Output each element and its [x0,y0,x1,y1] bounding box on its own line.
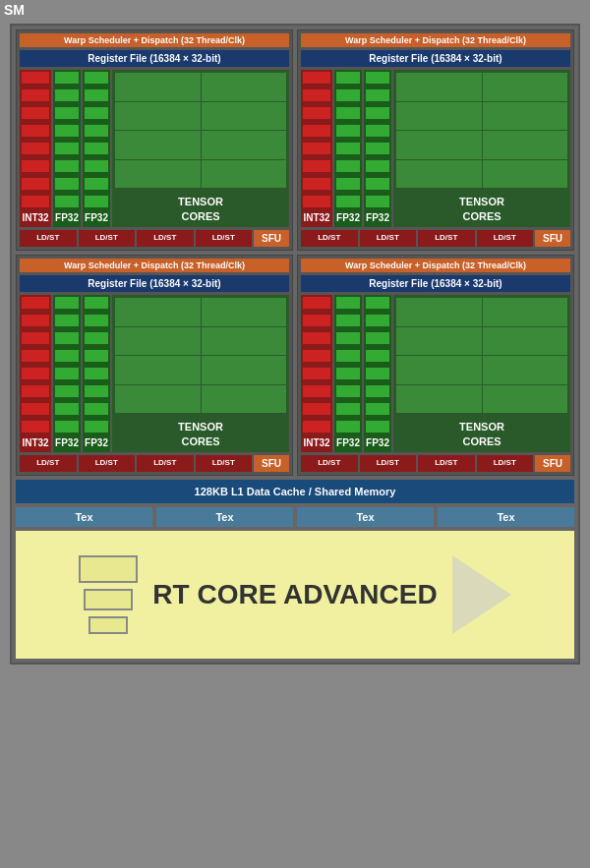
cores-area-br: INT32 FP32 FP32 [301,295,570,452]
ldst1-tr: LD/ST [301,230,358,247]
ldst4-tl: LD/ST [196,230,253,247]
tensor-label-br: TENSORCORES [459,420,504,448]
fp32b-br: FP32 [364,295,391,452]
cores-area-tl: INT32 FP32 FP32 [20,70,289,227]
warp-scheduler-bl: Warp Scheduler + Dispatch (32 Thread/Clk… [20,259,289,272]
rt-core-section: RT CORE ADVANCED [16,531,574,659]
ldst3-bl: LD/ST [137,455,194,472]
register-file-tl: Register File (16384 × 32-bit) [20,50,289,67]
sub-unit-bottom-left: Warp Scheduler + Dispatch (32 Thread/Clk… [16,255,293,476]
ldst3-tr: LD/ST [418,230,475,247]
fp32a-bl: FP32 [53,295,81,452]
tensor-label-tl: TENSORCORES [178,195,223,223]
tex-unit-3: Tex [297,507,434,527]
tensor-tr: TENSORCORES [393,70,570,227]
int32-tr: INT32 [301,70,332,227]
ldst4-tr: LD/ST [477,230,534,247]
register-file-br: Register File (16384 × 32-bit) [301,275,570,292]
ldst3-tl: LD/ST [137,230,194,247]
ldst2-br: LD/ST [360,455,417,472]
tex-row: Tex Tex Tex Tex [16,507,574,527]
l1-cache: 128KB L1 Data Cache / Shared Memory [16,480,574,503]
rt-box-small [88,616,128,634]
sfu-bl: SFU [254,455,289,472]
cores-area-bl: INT32 FP32 FP32 [20,295,289,452]
bottom-row-br: LD/ST LD/ST LD/ST LD/ST SFU [301,455,570,472]
tex-unit-4: Tex [438,507,574,527]
fp32b-label-bl: FP32 [85,437,108,448]
ldst3-br: LD/ST [418,455,475,472]
fp32b-label-tl: FP32 [85,212,108,223]
register-file-bl: Register File (16384 × 32-bit) [20,275,289,292]
sub-unit-top-right: Warp Scheduler + Dispatch (32 Thread/Clk… [297,29,574,251]
ldst1-br: LD/ST [301,455,358,472]
bottom-row-tr: LD/ST LD/ST LD/ST LD/ST SFU [301,230,570,247]
fp32a-label-tl: FP32 [55,212,79,223]
rt-boxes-left [79,555,138,634]
warp-scheduler-tl: Warp Scheduler + Dispatch (32 Thread/Clk… [20,33,289,47]
int32-br: INT32 [301,295,332,452]
tensor-label-tr: TENSORCORES [459,195,504,223]
sub-unit-top-left: Warp Scheduler + Dispatch (32 Thread/Clk… [16,29,293,251]
tensor-bl: TENSORCORES [112,295,289,452]
sfu-br: SFU [535,455,570,472]
fp32b-bl: FP32 [83,295,110,452]
int32-label-br: INT32 [303,437,329,448]
fp32a-label-br: FP32 [336,437,360,448]
fp32a-tr: FP32 [334,70,362,227]
tex-unit-2: Tex [156,507,293,527]
sub-unit-bottom-right: Warp Scheduler + Dispatch (32 Thread/Clk… [297,255,574,476]
outer-container: Warp Scheduler + Dispatch (32 Thread/Clk… [10,24,580,665]
int32-label-bl: INT32 [22,437,48,448]
int32-tl: INT32 [20,70,51,227]
register-file-tr: Register File (16384 × 32-bit) [301,50,570,67]
bottom-row-tl: LD/ST LD/ST LD/ST LD/ST SFU [20,230,289,247]
rt-arrow-icon [452,555,511,634]
sub-grid: Warp Scheduler + Dispatch (32 Thread/Clk… [16,29,574,476]
ldst2-tl: LD/ST [79,230,136,247]
tensor-br: TENSORCORES [393,295,570,452]
ldst1-bl: LD/ST [20,455,77,472]
ldst2-tr: LD/ST [360,230,417,247]
sm-title: SM [0,0,590,20]
ldst4-br: LD/ST [477,455,534,472]
fp32b-label-br: FP32 [366,437,389,448]
fp32a-br: FP32 [334,295,362,452]
ldst2-bl: LD/ST [79,455,136,472]
ldst4-bl: LD/ST [196,455,253,472]
fp32b-tr: FP32 [364,70,391,227]
tensor-label-bl: TENSORCORES [178,420,223,448]
bottom-row-bl: LD/ST LD/ST LD/ST LD/ST SFU [20,455,289,472]
ldst1-tl: LD/ST [20,230,77,247]
tex-unit-1: Tex [16,507,152,527]
rt-core-label: RT CORE ADVANCED [152,579,437,610]
sfu-tr: SFU [535,230,570,247]
fp32a-tl: FP32 [53,70,81,227]
int32-bl: INT32 [20,295,51,452]
tensor-tl: TENSORCORES [112,70,289,227]
fp32b-tl: FP32 [83,70,110,227]
fp32a-label-bl: FP32 [55,437,79,448]
int32-label-tr: INT32 [303,212,329,223]
int32-label-tl: INT32 [22,212,48,223]
warp-scheduler-br: Warp Scheduler + Dispatch (32 Thread/Clk… [301,259,570,272]
fp32a-label-tr: FP32 [336,212,360,223]
cores-area-tr: INT32 FP32 FP32 [301,70,570,227]
sfu-tl: SFU [254,230,289,247]
rt-box-large [79,555,138,583]
rt-box-medium [84,589,133,610]
fp32b-label-tr: FP32 [366,212,389,223]
warp-scheduler-tr: Warp Scheduler + Dispatch (32 Thread/Clk… [301,33,570,47]
